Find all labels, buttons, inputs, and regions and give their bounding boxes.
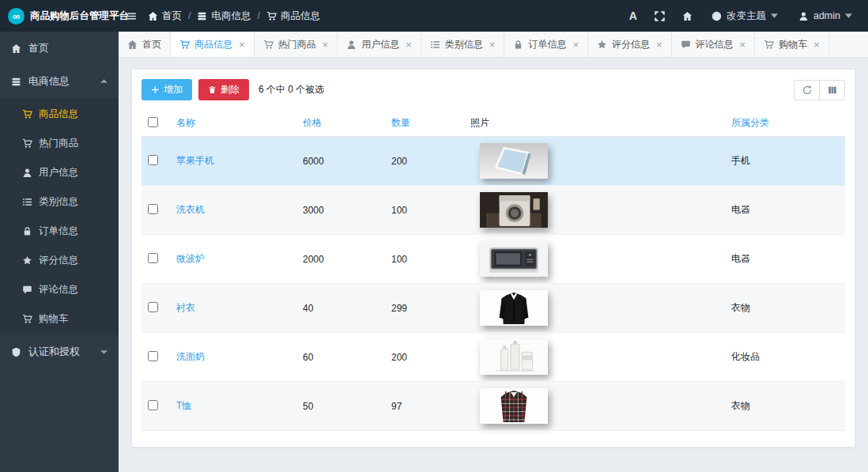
sidebar-group-header[interactable]: 认证和授权 [0,335,119,368]
sidebar-item[interactable]: 评分信息 [0,246,119,275]
sidebar-item[interactable]: 首页 [0,32,119,65]
column-header[interactable]: 所属分类 [725,110,845,137]
fullscreen-button[interactable] [647,0,673,32]
product-photo[interactable] [480,241,548,277]
sidebar-item[interactable]: 热门商品 [0,129,119,158]
add-button-label: 增加 [164,83,183,96]
product-name-link[interactable]: T恤 [176,400,191,411]
tab[interactable]: 类别信息× [421,32,505,57]
cart-icon [266,11,277,21]
comment-icon [22,285,32,295]
select-all-checkbox[interactable] [148,117,158,127]
tab[interactable]: 购物车× [755,32,829,57]
product-photo[interactable] [480,339,548,375]
sidebar-item[interactable]: 用户信息 [0,158,119,187]
sidebar-item-label: 类别信息 [39,195,78,209]
close-tab-icon[interactable]: × [572,40,579,50]
quantity-cell: 100 [385,235,464,284]
table-row[interactable]: 微波炉2000100电器 [142,235,845,284]
columns-button[interactable] [819,80,845,100]
row-checkbox[interactable] [148,302,158,312]
product-name-link[interactable]: 微波炉 [176,253,205,264]
close-tab-icon[interactable]: × [406,40,412,50]
delete-button[interactable]: 删除 [198,79,249,100]
product-name-link[interactable]: 衬衣 [176,302,195,313]
product-name-link[interactable]: 苹果手机 [176,155,214,166]
star-icon [22,255,32,266]
tab[interactable]: 用户信息× [338,32,421,57]
add-button[interactable]: 增加 [142,79,192,100]
delete-button-label: 删除 [221,83,240,96]
category-cell: 电器 [725,186,845,235]
breadcrumb-item[interactable]: 商品信息 [266,9,320,23]
selection-count-text: 6 个中 0 个被选 [259,83,324,96]
sidebar-toggle-button[interactable] [119,0,145,32]
home-button[interactable] [674,0,700,32]
font-size-button[interactable]: A [621,0,645,32]
close-tab-icon[interactable]: × [239,40,245,50]
trash-icon [208,85,217,94]
row-checkbox[interactable] [148,155,158,165]
close-tab-icon[interactable]: × [656,40,662,50]
sidebar-submenu: 商品信息热门商品用户信息类别信息订单信息评分信息评论信息购物车 [0,98,119,335]
product-name-link[interactable]: 洗面奶 [176,351,205,362]
product-photo[interactable] [480,143,548,179]
sidebar-item[interactable]: 购物车 [0,304,119,334]
tab[interactable]: 首页 [119,32,171,57]
sidebar-item[interactable]: 商品信息 [0,100,119,129]
product-name-link[interactable]: 洗衣机 [176,204,205,215]
breadcrumb-item[interactable]: 首页 [148,9,182,23]
row-checkbox[interactable] [148,204,158,214]
close-tab-icon[interactable]: × [323,40,329,50]
product-photo[interactable] [480,388,548,424]
row-checkbox[interactable] [148,253,158,263]
row-checkbox[interactable] [148,351,158,361]
topbar-actions: A 改变主题 admin [621,0,868,32]
refresh-button[interactable] [794,80,820,100]
quantity-cell: 200 [385,137,464,186]
row-checkbox[interactable] [148,400,158,410]
tab-label: 评分信息 [612,38,650,51]
plus-icon [151,85,160,94]
table-row[interactable]: 苹果手机6000200手机 [142,137,845,186]
theme-dropdown[interactable]: 改变主题 [702,0,787,32]
sidebar-item-label: 购物车 [39,312,69,326]
products-table: 名称价格数量照片所属分类 苹果手机6000200手机洗衣机3000100电器微波… [142,110,845,431]
product-photo[interactable] [480,192,548,228]
price-cell: 2000 [296,235,385,284]
tab-bar: 首页商品信息×热门商品×用户信息×类别信息×订单信息×评分信息×评论信息×购物车… [119,32,868,58]
table-row[interactable]: 衬衣40299衣物 [142,284,845,333]
sidebar-item[interactable]: 订单信息 [0,217,119,246]
tab[interactable]: 热门商品× [255,32,338,57]
tab[interactable]: 评分信息× [588,32,672,57]
sidebar-item[interactable]: 评论信息 [0,275,119,304]
lock-icon [22,226,32,236]
user-dropdown[interactable]: admin [789,0,862,32]
column-header[interactable]: 数量 [385,110,464,137]
app-brand: ∞ 商品购物后台管理平台 [0,0,119,32]
table-row[interactable]: T恤5097衣物 [142,382,845,431]
column-header[interactable]: 价格 [296,110,385,137]
table-row[interactable]: 洗衣机3000100电器 [142,186,845,235]
table-row[interactable]: 洗面奶60200化妆品 [142,333,845,382]
main-area: 首页商品信息×热门商品×用户信息×类别信息×订单信息×评分信息×评论信息×购物车… [119,32,868,472]
close-tab-icon[interactable]: × [489,40,496,50]
breadcrumb-label: 首页 [162,9,182,23]
category-cell: 电器 [725,235,845,284]
sidebar-group-header[interactable]: 电商信息 [0,65,119,98]
sidebar-item[interactable]: 类别信息 [0,187,119,217]
sidebar: 首页电商信息商品信息热门商品用户信息类别信息订单信息评分信息评论信息购物车认证和… [0,32,119,472]
product-photo[interactable] [480,290,548,326]
comment-icon [681,40,691,50]
tab[interactable]: 评论信息× [672,32,756,57]
price-cell: 6000 [296,137,385,186]
cart-icon [179,40,190,50]
tab[interactable]: 商品信息× [171,32,255,57]
breadcrumb-item[interactable]: 电商信息 [197,9,251,23]
table-toolbar: 增加 删除 6 个中 0 个被选 [142,79,845,100]
column-header[interactable]: 名称 [170,110,296,137]
close-tab-icon[interactable]: × [813,40,820,50]
close-tab-icon[interactable]: × [740,40,746,50]
list-icon [430,40,440,50]
tab[interactable]: 订单信息× [504,32,588,57]
